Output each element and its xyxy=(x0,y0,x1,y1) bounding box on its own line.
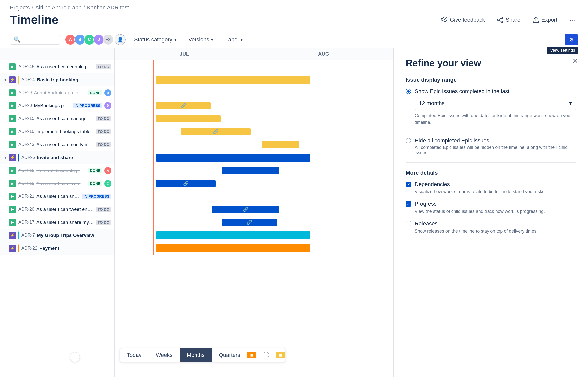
table-row[interactable]: ▶ ADR-43 As a user I can modify my ... T… xyxy=(0,138,114,151)
progress-checkbox[interactable]: ✓ xyxy=(406,201,411,207)
share-button[interactable]: Share xyxy=(494,15,523,25)
story-bar[interactable]: 🔗 xyxy=(156,102,211,109)
status-category-filter[interactable]: Status category ▾ xyxy=(131,35,180,44)
zoom-orange-button[interactable]: ■ xyxy=(247,352,256,358)
months-button[interactable]: Months xyxy=(180,348,212,362)
table-row[interactable]: ▶ ADR-8 MyBookings page IN PROGRESS D xyxy=(0,99,114,112)
table-row[interactable]: ▶ ADR-9 Adapt Android app to ne... DONE … xyxy=(0,86,114,99)
epic-icon: ⚡ xyxy=(9,154,16,161)
more-options-button[interactable]: ··· xyxy=(566,14,578,25)
releases-checkbox[interactable] xyxy=(406,221,411,226)
today-line xyxy=(153,60,154,255)
status-badge: TO DO xyxy=(96,220,111,225)
progress-label: Progress xyxy=(415,201,545,207)
issue-id: ADR-18 xyxy=(18,168,34,173)
search-input[interactable] xyxy=(22,37,56,43)
table-row[interactable]: ▶ ADR-17 As a user I can share my up... … xyxy=(0,216,114,229)
add-item-button[interactable]: + xyxy=(70,352,80,362)
months-dropdown[interactable]: 12 months ▾ xyxy=(415,97,576,110)
status-badge: TO DO xyxy=(96,129,111,134)
issue-name: MyBookings page xyxy=(34,103,71,108)
dependencies-note: Visualize how work streams relate to bet… xyxy=(415,188,546,195)
gantt-row: 🔗 xyxy=(115,177,393,190)
table-row[interactable]: ▶ ADR-19 As a user I can invite fri... D… xyxy=(0,177,114,190)
months-dropdown-value: 12 months xyxy=(419,100,445,107)
epic-bar[interactable] xyxy=(156,244,310,252)
show-epic-label: Show Epic issues completed in the last xyxy=(415,88,576,94)
epic-icon: ⚡ xyxy=(9,76,16,83)
issue-name: As a user I can enable pus... xyxy=(36,64,94,70)
issue-id: ADR-45 xyxy=(18,64,34,69)
today-button[interactable]: Today xyxy=(120,348,149,362)
table-row[interactable]: ▶ ADR-10 Implement bookings table TO DO xyxy=(0,125,114,138)
dependencies-checkbox[interactable]: ✓ xyxy=(406,182,411,187)
issue-id: ADR-19 xyxy=(18,181,34,186)
breadcrumb-board[interactable]: Kanban ADR test xyxy=(87,4,129,11)
hide-epic-option[interactable]: Hide all completed Epic issues All compl… xyxy=(406,137,576,155)
label-filter[interactable]: Label ▾ xyxy=(222,35,246,44)
status-badge: DONE xyxy=(88,181,102,186)
issue-name: Payment xyxy=(39,246,111,251)
story-bar[interactable] xyxy=(262,141,299,148)
fullscreen-button[interactable]: ⛶ xyxy=(256,348,276,362)
story-icon: ▶ xyxy=(9,89,16,96)
zoom-right-button[interactable]: ■ xyxy=(276,352,285,358)
breadcrumb-projects[interactable]: Projects xyxy=(10,4,30,11)
weeks-button[interactable]: Weeks xyxy=(149,348,180,362)
story-icon: ▶ xyxy=(9,180,16,187)
releases-option[interactable]: Releases Show releases on the timeline t… xyxy=(406,220,576,235)
hide-epic-radio[interactable] xyxy=(406,138,411,143)
breadcrumb-app[interactable]: Airline Android app xyxy=(35,4,82,11)
export-icon xyxy=(532,16,539,23)
table-row[interactable]: ▶ ADR-18 Referral discounts proc... DONE… xyxy=(0,164,114,177)
quarters-button[interactable]: Quarters xyxy=(212,348,248,362)
dependencies-option[interactable]: ✓ Dependencies Visualize how work stream… xyxy=(406,181,576,195)
story-bar[interactable]: 🔗 xyxy=(181,128,251,135)
timeline-left-panel: ▶ ADR-45 As a user I can enable pus... T… xyxy=(0,48,115,377)
show-epic-radio[interactable] xyxy=(406,89,411,94)
progress-option[interactable]: ✓ Progress View the status of child issu… xyxy=(406,201,576,215)
table-row[interactable]: ▶ ADR-20 As a user I can tweet endle... … xyxy=(0,203,114,216)
table-row[interactable]: ⚡ ADR-22 Payment xyxy=(0,242,114,255)
versions-filter[interactable]: Versions ▾ xyxy=(185,35,217,44)
close-panel-button[interactable]: ✕ xyxy=(572,57,578,65)
gantt-row: 🔗 xyxy=(115,203,393,216)
issue-id: ADR-10 xyxy=(18,129,34,134)
share-label: Share xyxy=(506,17,520,23)
story-bar[interactable]: 🔗 xyxy=(212,206,279,213)
issue-id: ADR-17 xyxy=(18,220,34,225)
search-box[interactable]: 🔍 xyxy=(10,35,60,45)
view-settings-button[interactable]: ⚙ xyxy=(565,34,578,45)
table-row[interactable]: ⚡ ADR-7 My Group Trips Overview xyxy=(0,229,114,242)
story-bar[interactable]: 🔗 xyxy=(222,219,277,226)
story-bar[interactable]: 🔗 xyxy=(156,180,216,187)
issue-id: ADR-20 xyxy=(18,207,34,212)
epic-bar[interactable] xyxy=(156,231,310,239)
table-row[interactable]: ▶ ADR-45 As a user I can enable pus... T… xyxy=(0,60,114,73)
table-row[interactable]: ▶ ADR-21 As a user I can share ... IN PR… xyxy=(0,190,114,203)
issue-id: ADR-7 xyxy=(21,233,35,238)
show-epic-option[interactable]: Show Epic issues completed in the last 1… xyxy=(406,88,576,132)
share-icon xyxy=(497,16,504,23)
checkmark-icon: ✓ xyxy=(407,202,410,206)
table-row[interactable]: ▾ ⚡ ADR-6 Invite and share xyxy=(0,151,114,164)
table-row[interactable]: ▾ ⚡ ADR-4 Basic trip booking xyxy=(0,73,114,86)
story-bar[interactable] xyxy=(156,115,221,122)
export-button[interactable]: Export xyxy=(529,15,560,25)
issue-id: ADR-22 xyxy=(21,246,37,251)
epic-color-bar xyxy=(18,154,19,162)
gantt-row: 🔗 xyxy=(115,216,393,229)
feedback-button[interactable]: Give feedback xyxy=(438,15,488,25)
story-bar[interactable] xyxy=(222,167,279,174)
epic-bar[interactable] xyxy=(156,76,310,84)
epic-bar[interactable] xyxy=(156,154,310,162)
add-assignee-button[interactable]: 👤 xyxy=(115,34,126,45)
status-badge: IN PROGRESS xyxy=(82,194,111,199)
bottom-toolbar: Today Weeks Months Quarters ■ ⛶ ■ xyxy=(120,348,285,362)
avatar-more[interactable]: +2 xyxy=(103,34,114,45)
versions-label: Versions xyxy=(188,36,209,43)
collapse-icon[interactable]: ▾ xyxy=(3,155,8,160)
collapse-icon[interactable]: ▾ xyxy=(3,77,8,82)
table-row[interactable]: ▶ ADR-15 As a user I can manage my ... T… xyxy=(0,112,114,125)
hide-epic-label: Hide all completed Epic issues xyxy=(415,137,576,144)
